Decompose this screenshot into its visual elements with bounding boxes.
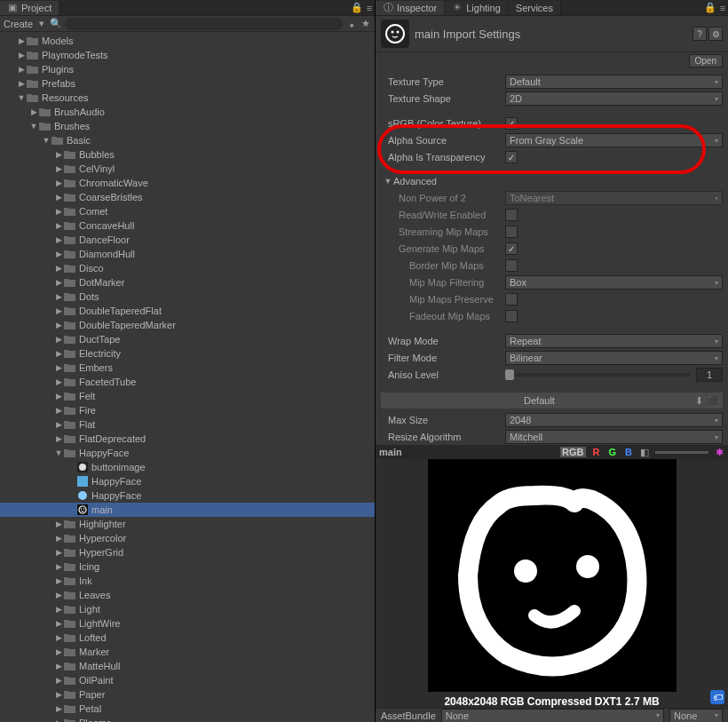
tree-item[interactable]: ▶ConcaveHull — [0, 218, 375, 233]
project-tree[interactable]: ▶Models▶PlaymodeTests▶Plugins▶Prefabs▼Re… — [0, 32, 375, 722]
tree-item[interactable]: ▶HyperGrid — [0, 545, 375, 559]
tree-item[interactable]: ▼Brushes — [0, 119, 375, 133]
tree-item[interactable]: ▶Fire — [0, 403, 375, 417]
filter-dropdown[interactable]: Bilinear▾ — [505, 351, 723, 365]
wrap-dropdown[interactable]: Repeat▾ — [505, 334, 723, 348]
panel-menu-icon[interactable]: ≡ — [717, 3, 728, 13]
create-button[interactable]: Create — [4, 19, 33, 29]
gear-icon[interactable]: ⚙ — [708, 27, 723, 41]
tree-item[interactable]: ▶Models — [0, 34, 375, 48]
tree-item[interactable]: ▶ChromaticWave — [0, 176, 375, 190]
assetbundle-dropdown[interactable]: None▾ — [441, 709, 664, 723]
tree-item[interactable]: main — [0, 503, 375, 517]
srgb-checkbox[interactable]: ✓ — [505, 117, 518, 130]
create-dropdown-icon[interactable]: ▾ — [36, 19, 47, 29]
tree-item[interactable]: ▶Marker — [0, 645, 375, 659]
aniso-value[interactable]: 1 — [696, 368, 723, 382]
tree-item[interactable]: buttonimage — [0, 460, 375, 474]
tree-item[interactable]: ▶OilPaint — [0, 673, 375, 687]
help-icon[interactable]: ? — [692, 27, 707, 41]
genmip-checkbox[interactable]: ✓ — [505, 242, 518, 255]
alpha-source-dropdown[interactable]: From Gray Scale▾ — [505, 133, 723, 147]
tree-item[interactable]: ▶Disco — [0, 261, 375, 275]
mippreserve-checkbox[interactable] — [505, 293, 518, 305]
tree-item[interactable]: ▼HappyFace — [0, 446, 375, 460]
b-toggle[interactable]: B — [623, 447, 634, 457]
folder-icon — [27, 50, 39, 60]
tree-item[interactable]: ▶Icing — [0, 559, 375, 574]
tree-item[interactable]: ▶FlatDeprecated — [0, 432, 375, 446]
stream-checkbox[interactable] — [505, 226, 518, 238]
tree-item[interactable]: ▶BrushAudio — [0, 105, 375, 119]
tree-item[interactable]: ▶DoubleTaperedMarker — [0, 318, 375, 332]
mip-preview-icon[interactable]: ◧ — [639, 447, 650, 457]
tree-item[interactable]: ▶Embers — [0, 361, 375, 375]
r-toggle[interactable]: R — [591, 447, 602, 457]
texture-type-dropdown[interactable]: Default▾ — [505, 75, 723, 89]
services-tab[interactable]: Services — [509, 1, 561, 15]
tree-item[interactable]: ▶Electricity — [0, 346, 375, 361]
tree-item[interactable]: ▶Paper — [0, 687, 375, 702]
tree-item[interactable]: ▶DiamondHull — [0, 247, 375, 261]
tree-item[interactable]: ▶Plasma — [0, 716, 375, 722]
mipfilter-dropdown[interactable]: Box▾ — [505, 275, 723, 290]
tree-item[interactable]: ▶Comet — [0, 204, 375, 218]
tree-item[interactable]: ▶Ink — [0, 574, 375, 588]
advanced-foldout[interactable]: ▼Advanced — [381, 173, 723, 189]
panel-menu-icon[interactable]: ≡ — [364, 3, 375, 13]
tree-item[interactable]: ▶Hypercolor — [0, 531, 375, 545]
tree-item[interactable]: ▶Light — [0, 602, 375, 616]
mip-slider[interactable] — [655, 451, 708, 454]
assetbundle-variant-dropdown[interactable]: None▾ — [669, 709, 723, 723]
tree-item[interactable]: ▶Lofted — [0, 631, 375, 645]
aniso-slider[interactable] — [505, 373, 691, 377]
tree-item[interactable]: ▶DotMarker — [0, 275, 375, 290]
download-icon[interactable]: ⬇ — [694, 395, 705, 406]
lock-icon[interactable]: 🔒 — [705, 3, 716, 13]
resize-dropdown[interactable]: Mitchell▾ — [505, 430, 723, 444]
tree-item[interactable]: ▶LightWire — [0, 616, 375, 631]
maxsize-dropdown[interactable]: 2048▾ — [505, 413, 723, 427]
tree-item[interactable]: ▶Prefabs — [0, 76, 375, 91]
platform-icon[interactable]: ⬛ — [708, 395, 719, 406]
tree-item[interactable]: ▶Petal — [0, 702, 375, 716]
project-tab[interactable]: ▣ Project — [0, 1, 59, 15]
inspector-tab[interactable]: ⓘ Inspector — [376, 1, 445, 15]
open-button[interactable]: Open — [689, 54, 723, 67]
lock-icon[interactable]: 🔒 — [352, 3, 362, 13]
tag-icon[interactable]: 🏷 — [710, 690, 724, 704]
tree-item[interactable]: ▼Basic — [0, 133, 375, 147]
tree-item[interactable]: ▶Highlighter — [0, 517, 375, 531]
alpha-preview-icon[interactable]: ✱ — [714, 447, 724, 457]
tree-item[interactable]: ▶Dots — [0, 290, 375, 304]
lighting-tab[interactable]: ☀ Lighting — [445, 1, 509, 15]
tree-item[interactable]: ▶DoubleTaperedFlat — [0, 304, 375, 318]
npot-dropdown[interactable]: ToNearest▾ — [505, 191, 723, 205]
tree-item[interactable]: HappyFace — [0, 474, 375, 488]
tree-item[interactable]: HappyFace — [0, 488, 375, 503]
bordermip-checkbox[interactable] — [505, 259, 518, 272]
tree-item[interactable]: ▶Felt — [0, 389, 375, 403]
rgb-toggle[interactable]: RGB — [560, 447, 585, 457]
fadeout-checkbox[interactable] — [505, 310, 518, 322]
tree-item[interactable]: ▶Bubbles — [0, 147, 375, 162]
save-search-icon[interactable]: ★ — [360, 19, 371, 29]
tree-item[interactable]: ▼Resources — [0, 91, 375, 105]
tree-item[interactable]: ▶Leaves — [0, 588, 375, 602]
search-input[interactable] — [65, 18, 343, 30]
alpha-transparency-checkbox[interactable]: ✓ — [505, 151, 518, 163]
platform-tab[interactable]: Default — [524, 395, 555, 406]
rw-checkbox[interactable] — [505, 209, 518, 221]
tree-item[interactable]: ▶DanceFloor — [0, 233, 375, 247]
tree-item[interactable]: ▶CelVinyl — [0, 162, 375, 176]
tree-item[interactable]: ▶FacetedTube — [0, 375, 375, 389]
tree-item[interactable]: ▶PlaymodeTests — [0, 48, 375, 62]
g-toggle[interactable]: G — [606, 447, 618, 457]
texture-shape-dropdown[interactable]: 2D▾ — [505, 91, 723, 106]
filter-icon[interactable]: ⬥ — [346, 19, 357, 29]
tree-item[interactable]: ▶CoarseBristles — [0, 190, 375, 204]
tree-item[interactable]: ▶Plugins — [0, 62, 375, 76]
tree-item[interactable]: ▶MatteHull — [0, 659, 375, 673]
tree-item[interactable]: ▶Flat — [0, 417, 375, 432]
tree-item[interactable]: ▶DuctTape — [0, 332, 375, 346]
